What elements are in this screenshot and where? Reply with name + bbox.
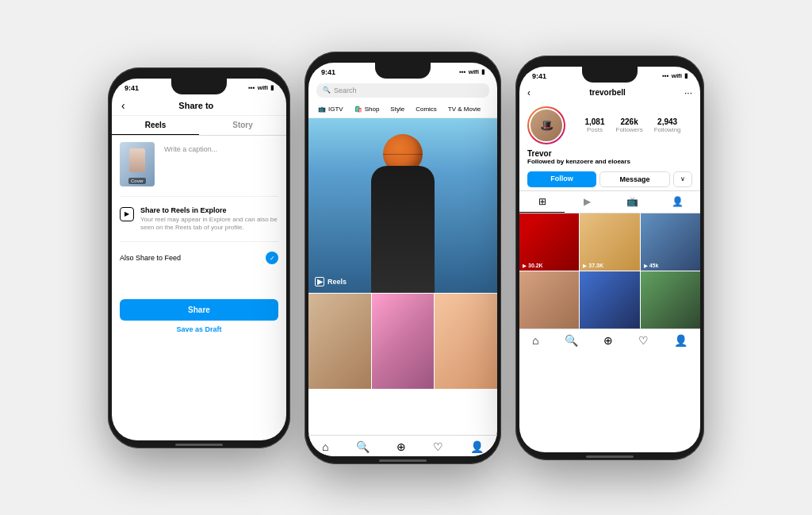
bottom-nav-2: ⌂ 🔍 ⊕ ♡ 👤 [308,435,497,456]
grid-cell-bus: ▶ 45k [641,213,700,271]
shop-icon: 🛍️ [354,106,362,113]
grid-cell-superman [580,271,639,329]
home-nav-3[interactable]: ⌂ [532,334,538,347]
profile-avatar: 🎩 [527,106,565,144]
search-nav-3[interactable]: 🔍 [565,334,578,347]
grid-cell-spiderman: ▶ 30.2K [519,213,579,271]
share-tabs: Reels Story [112,116,286,136]
add-nav-3[interactable]: ⊕ [603,334,613,347]
small-cell-1 [308,294,371,389]
time-3: 9:41 [532,72,546,80]
notch-3 [582,67,638,83]
couple-image [308,294,371,389]
share-to-explore-option: ▶ Share to Reels in Explore Your reel ma… [120,202,278,237]
shop-label: Shop [365,106,380,113]
add-nav[interactable]: ⊕ [396,440,406,453]
cat-tv[interactable]: TV & Movie [445,104,484,114]
followers-label: Followers [616,126,643,133]
also-share-label: Also Share to Feed [120,254,181,262]
notch-1 [171,79,227,94]
reels-text: Reels [327,278,347,286]
phone-1-screen: 9:41 ▪▪▪ wifi ▮ ‹ Share to Reels Story [112,79,286,440]
grid-cell-suitcase [641,271,700,329]
following-count: 2,943 [654,117,681,126]
tab-igtv-profile[interactable]: 📺 [610,191,655,213]
view-count-1: ▶ 30.2K [523,263,543,268]
phone-2: 9:41 ▪▪▪ wifi ▮ 🔍 Search 📺 IGTV 🛍️ Sho [304,52,501,464]
profile-nav[interactable]: 👤 [470,440,484,453]
profile-nav-3[interactable]: 👤 [674,334,688,347]
also-share-row: Also Share to Feed ✓ [120,247,278,269]
tab-tagged[interactable]: 👤 [655,191,700,213]
also-share-checkbox[interactable]: ✓ [266,252,278,264]
igtv-icon: 📺 [318,106,326,113]
igtv-label: IGTV [328,106,343,113]
reels-label-overlay: ▶ Reels [315,277,347,286]
cat-igtv[interactable]: 📺 IGTV [315,104,347,114]
signal-icon-3: ▪▪▪ [662,72,669,79]
explore-grid: ▶ Reels [308,118,497,435]
profile-stats: 1,081 Posts 226k Followers 2,943 Followi… [573,117,692,133]
search-nav[interactable]: 🔍 [356,440,370,453]
reels-icon-small: ▶ [315,277,324,286]
view-count-3: ▶ 45k [644,263,659,268]
message-button[interactable]: Message [599,171,670,187]
count-1: 30.2K [528,263,543,268]
wifi-icon-3: wifi [672,72,682,79]
signal-icon: ▪▪▪ [248,84,255,91]
profile-back-btn[interactable]: ‹ [527,87,530,98]
battery-icon-3: ▮ [684,72,688,79]
tab-reels[interactable]: Reels [112,116,199,135]
reels-explore-icon: ▶ [120,207,134,221]
girl-image [435,294,497,389]
home-nav[interactable]: ⌂ [322,440,328,453]
phone-3-screen: 9:41 ▪▪▪ wifi ▮ ‹ trevorbell ··· 🎩 [519,67,700,452]
share-content: Cover Write a caption... ▶ Share to Reel… [112,136,286,276]
phone-3: 9:41 ▪▪▪ wifi ▮ ‹ trevorbell ··· 🎩 [515,56,704,460]
cat-style[interactable]: Style [387,104,408,114]
caption-input[interactable]: Write a caption... [161,142,278,186]
tv-label: TV & Movie [448,106,481,113]
home-indicator-2 [379,459,427,462]
share-button[interactable]: Share [120,299,278,321]
wifi-icon-2: wifi [469,68,479,75]
tab-story[interactable]: Story [199,116,286,135]
like-nav-3[interactable]: ♡ [638,334,649,347]
grid-cell-dance: ▶ 37.3K [580,213,639,271]
follow-button[interactable]: Follow [527,171,596,187]
profile-followed-by: Followed by kenzoere and eloears [527,158,692,165]
posts-count: 1,081 [584,117,604,126]
posts-stat: 1,081 Posts [584,117,604,133]
person-silhouette [371,166,435,293]
share-title: Share to [132,101,261,110]
status-icons-1: ▪▪▪ wifi ▮ [248,84,274,91]
tab-reels-profile[interactable]: ▶ [565,191,610,213]
status-icons-2: ▪▪▪ wifi ▮ [459,68,485,75]
small-grid [308,294,497,389]
dropdown-button[interactable]: ∨ [673,171,692,187]
style-label: Style [390,106,404,113]
tab-grid[interactable]: ⊞ [519,191,565,213]
like-nav[interactable]: ♡ [433,440,443,453]
following-stat: 2,943 Following [654,117,681,133]
search-placeholder: Search [334,86,357,94]
back-button-1[interactable]: ‹ [121,99,125,112]
profile-username: trevorbell [589,88,626,97]
cat-comics[interactable]: Comics [412,104,440,114]
category-tabs: 📺 IGTV 🛍️ Shop Style Comics TV & Movie [308,101,497,118]
profile-info-row: 🎩 1,081 Posts 226k Followers 2,943 Follo… [519,102,700,149]
home-indicator-3 [586,455,634,458]
cat-shop[interactable]: 🛍️ Shop [351,104,383,114]
share-header: ‹ Share to [112,96,286,116]
notch-2 [375,63,431,79]
explore-option-title: Share to Reels in Explore [140,206,278,214]
battery-icon: ▮ [270,84,274,91]
share-button-area: Share Save as Draft [112,275,286,338]
status-icons-3: ▪▪▪ wifi ▮ [662,72,688,79]
battery-icon-2: ▮ [481,68,485,75]
small-cell-3 [435,294,497,389]
search-bar[interactable]: 🔍 Search [316,83,489,98]
signal-icon-2: ▪▪▪ [459,68,466,75]
save-draft-button[interactable]: Save as Draft [120,325,278,333]
profile-more-btn[interactable]: ··· [684,87,692,98]
